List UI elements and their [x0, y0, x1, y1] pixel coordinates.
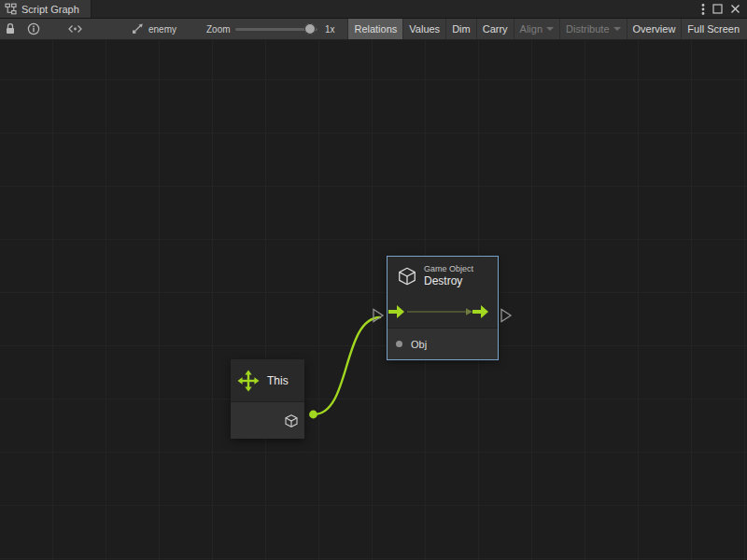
obj-port-label: Obj	[411, 339, 427, 350]
kebab-menu-icon[interactable]	[701, 3, 705, 16]
graph-inspector-toggle[interactable]	[67, 19, 83, 39]
value-connection-wire	[314, 317, 380, 414]
node-title: Destroy	[424, 274, 473, 288]
obj-input-port[interactable]	[396, 341, 402, 347]
node-title: This	[267, 374, 289, 387]
zoom-value: 1x	[325, 24, 335, 35]
flow-output-arrow-icon[interactable]	[472, 305, 488, 318]
fullscreen-button-label: Full Screen	[687, 23, 740, 35]
lock-icon	[5, 22, 16, 35]
dim-button[interactable]: Dim	[445, 19, 476, 39]
node-destroy[interactable]: Game Object Destroy	[388, 257, 498, 359]
this-move-icon	[237, 370, 260, 392]
code-node-icon	[67, 22, 83, 35]
node-this-header[interactable]: This	[231, 359, 304, 401]
connection-source-dot[interactable]	[309, 411, 317, 419]
close-icon[interactable]	[730, 4, 740, 14]
graph-asset-icon	[132, 23, 144, 35]
node-flow-row	[388, 296, 498, 328]
zoom-label: Zoom	[206, 24, 231, 35]
zoom-slider[interactable]	[235, 19, 317, 39]
relations-button[interactable]: Relations	[347, 19, 402, 39]
game-object-output-port-icon[interactable]	[284, 413, 299, 428]
node-this[interactable]: This	[231, 359, 304, 439]
maximize-icon[interactable]	[712, 4, 723, 14]
graph-toolbar: enemy Zoom 1x Relations Values Dim Carry…	[0, 19, 747, 40]
toolbar-buttons: Relations Values Dim Carry Align Distrib…	[347, 19, 745, 39]
overview-button[interactable]: Overview	[627, 19, 682, 39]
flow-input-arrow-icon[interactable]	[388, 305, 404, 318]
titlebar: Script Graph	[0, 0, 747, 19]
inspector-toggle[interactable]	[27, 19, 40, 39]
chevron-down-icon	[613, 27, 621, 31]
chevron-down-icon	[546, 27, 554, 31]
node-destroy-header[interactable]: Game Object Destroy	[388, 257, 498, 296]
distribute-dropdown[interactable]: Distribute	[559, 19, 626, 39]
carry-button-label: Carry	[483, 23, 508, 35]
values-button-label: Values	[409, 23, 440, 35]
node-port-row: Obj	[388, 328, 498, 359]
distribute-dropdown-label: Distribute	[566, 23, 609, 35]
relation-arrow-icon	[407, 308, 472, 315]
graph-breadcrumb[interactable]: enemy	[132, 19, 176, 39]
overview-button-label: Overview	[633, 23, 676, 35]
carry-button[interactable]: Carry	[476, 19, 514, 39]
graph-canvas[interactable]: Game Object Destroy	[0, 40, 747, 560]
fullscreen-button[interactable]: Full Screen	[681, 19, 745, 39]
control-output-port-triangle[interactable]	[501, 310, 511, 322]
zoom-value-group: 1x	[325, 19, 335, 39]
dim-button-label: Dim	[452, 23, 471, 35]
align-dropdown[interactable]: Align	[514, 19, 559, 39]
zoom-group: Zoom	[206, 19, 231, 39]
control-input-port-triangle[interactable]	[374, 310, 383, 322]
zoom-slider-handle[interactable]	[304, 23, 316, 35]
zoom-slider-track[interactable]	[235, 28, 317, 31]
lock-toggle[interactable]	[5, 19, 16, 39]
script-graph-icon	[5, 3, 17, 15]
node-this-footer	[231, 401, 304, 439]
graph-name: enemy	[148, 24, 176, 35]
values-button[interactable]: Values	[402, 19, 445, 39]
tab-script-graph[interactable]: Script Graph	[0, 0, 92, 18]
window-controls	[701, 3, 747, 16]
align-dropdown-label: Align	[520, 23, 543, 35]
relations-button-label: Relations	[354, 23, 397, 35]
game-object-cube-icon	[397, 266, 417, 287]
info-icon	[27, 22, 40, 35]
tab-title: Script Graph	[21, 4, 79, 15]
node-category: Game Object	[424, 264, 473, 274]
